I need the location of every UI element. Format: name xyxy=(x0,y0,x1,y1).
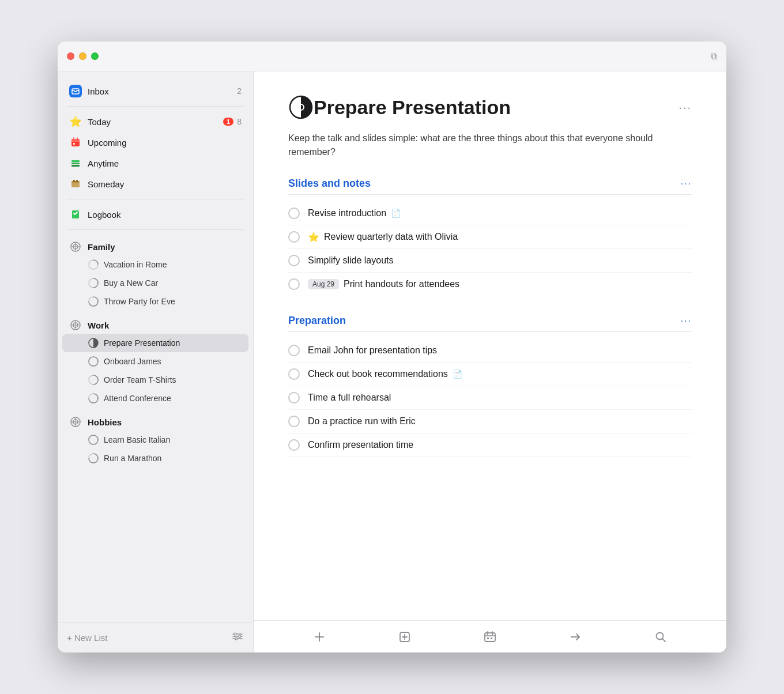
project-new-car[interactable]: Buy a New Car xyxy=(62,274,248,292)
sidebar-item-upcoming[interactable]: Upcoming xyxy=(62,132,248,153)
new-list-button[interactable]: + New List xyxy=(67,633,107,643)
task-item-content: Do a practice run with Eric xyxy=(308,416,692,427)
settings-button[interactable] xyxy=(231,630,244,646)
svg-rect-6 xyxy=(71,160,80,162)
task-checkbox[interactable] xyxy=(288,255,300,266)
task-item-text: Do a practice run with Eric xyxy=(308,416,416,427)
project-italian-icon xyxy=(88,434,99,446)
project-italian-label: Learn Basic Italian xyxy=(104,435,170,444)
note-icon: 📄 xyxy=(391,209,401,218)
project-vacation-rome[interactable]: Vacation in Rome xyxy=(62,255,248,274)
search-button[interactable] xyxy=(649,625,672,648)
project-attend-conference-icon xyxy=(88,393,99,404)
project-marathon[interactable]: Run a Marathon xyxy=(62,449,248,467)
maximize-button[interactable] xyxy=(91,52,99,60)
svg-rect-2 xyxy=(71,139,80,142)
task-item: Time a full rehearsal xyxy=(288,386,692,410)
copy-icon[interactable]: ⧉ xyxy=(711,51,717,62)
project-party-eve-label: Throw Party for Eve xyxy=(104,297,175,306)
traffic-lights xyxy=(67,52,99,60)
task-item-content: Time a full rehearsal xyxy=(308,393,692,403)
app-window: ⧉ Inbox 2 xyxy=(58,42,726,652)
sidebar-item-inbox[interactable]: Inbox 2 xyxy=(62,81,248,101)
section-slides-list: Revise introduction 📄 ⭐ Review quarterly… xyxy=(288,202,692,296)
project-order-tshirts[interactable]: Order Team T-Shirts xyxy=(62,371,248,389)
project-onboard-james[interactable]: Onboard James xyxy=(62,352,248,371)
task-item-text: Revise introduction xyxy=(308,208,386,218)
minimize-button[interactable] xyxy=(79,52,86,60)
area-hobbies-header[interactable]: Hobbies xyxy=(62,410,248,431)
move-button[interactable] xyxy=(564,625,587,648)
task-checkbox[interactable] xyxy=(288,439,300,451)
area-hobbies-label: Hobbies xyxy=(88,417,122,427)
main-content: Prepare Presentation ··· Keep the talk a… xyxy=(254,71,726,620)
task-item-content: Simplify slide layouts xyxy=(308,255,692,266)
task-item-text: Time a full rehearsal xyxy=(308,393,391,403)
task-item-content: Confirm presentation time xyxy=(308,440,692,450)
add-checklist-button[interactable] xyxy=(393,625,416,648)
calendar-button[interactable] xyxy=(478,625,502,648)
someday-label: Someday xyxy=(88,179,242,189)
add-task-button[interactable] xyxy=(308,625,331,648)
today-label: Today xyxy=(88,117,223,127)
project-new-car-label: Buy a New Car xyxy=(104,278,158,288)
main-toolbar xyxy=(254,620,726,652)
project-order-tshirts-label: Order Team T-Shirts xyxy=(104,375,176,384)
svg-rect-11 xyxy=(73,180,75,182)
project-italian[interactable]: Learn Basic Italian xyxy=(62,431,248,449)
sidebar-item-today[interactable]: ⭐ Today 1 8 xyxy=(62,111,248,132)
task-item-text: Check out book recommendations xyxy=(308,369,448,379)
task-item-content: Email John for presentation tips xyxy=(308,345,692,356)
project-party-eve[interactable]: Throw Party for Eve xyxy=(62,292,248,311)
svg-point-39 xyxy=(239,635,241,638)
svg-rect-8 xyxy=(71,165,80,167)
svg-rect-10 xyxy=(71,181,80,183)
area-work-header[interactable]: Work xyxy=(62,313,248,334)
task-item-text: Print handouts for attendees xyxy=(344,279,459,289)
titlebar: ⧉ xyxy=(58,42,726,71)
task-item: Email John for presentation tips xyxy=(288,339,692,363)
task-checkbox[interactable] xyxy=(288,392,300,403)
task-item-content: Aug 29 Print handouts for attendees xyxy=(308,279,692,289)
close-button[interactable] xyxy=(67,52,74,60)
svg-rect-12 xyxy=(76,180,78,182)
task-checkbox[interactable] xyxy=(288,231,300,243)
today-count: 8 xyxy=(237,117,242,126)
section-preparation-menu[interactable]: ··· xyxy=(681,316,692,326)
sidebar: Inbox 2 ⭐ Today 1 8 xyxy=(58,71,254,652)
today-icon: ⭐ xyxy=(69,115,82,128)
logbook-icon xyxy=(69,208,82,221)
task-checkbox[interactable] xyxy=(288,278,300,290)
task-menu-button[interactable]: ··· xyxy=(679,101,692,114)
task-checkbox[interactable] xyxy=(288,368,300,380)
task-item-text: Simplify slide layouts xyxy=(308,255,394,266)
project-onboard-james-label: Onboard James xyxy=(104,357,161,366)
task-item-content: Revise introduction 📄 xyxy=(308,208,692,218)
project-vacation-rome-icon xyxy=(88,259,99,270)
section-slides-menu[interactable]: ··· xyxy=(681,179,692,189)
project-attend-conference-label: Attend Conference xyxy=(104,394,171,403)
today-badge: 1 xyxy=(223,118,233,126)
project-prepare-presentation[interactable]: Prepare Presentation xyxy=(62,334,248,352)
task-item: Confirm presentation time xyxy=(288,433,692,457)
task-item-content: Check out book recommendations 📄 xyxy=(308,369,692,379)
project-vacation-rome-label: Vacation in Rome xyxy=(104,260,167,269)
task-date-badge: Aug 29 xyxy=(308,279,339,289)
main-panel: Prepare Presentation ··· Keep the talk a… xyxy=(254,71,726,652)
task-checkbox[interactable] xyxy=(288,345,300,356)
sidebar-item-logbook[interactable]: Logbook xyxy=(62,204,248,225)
sidebar-item-anytime[interactable]: Anytime xyxy=(62,153,248,173)
sidebar-item-someday[interactable]: Someday xyxy=(62,173,248,194)
task-item: Aug 29 Print handouts for attendees xyxy=(288,273,692,296)
project-order-tshirts-icon xyxy=(88,374,99,386)
sidebar-divider-1 xyxy=(67,106,244,107)
task-item: Do a practice run with Eric xyxy=(288,410,692,433)
project-attend-conference[interactable]: Attend Conference xyxy=(62,389,248,408)
task-item: Check out book recommendations 📄 xyxy=(288,363,692,386)
task-item: Simplify slide layouts xyxy=(288,249,692,273)
star-icon: ⭐ xyxy=(308,232,319,243)
project-party-eve-icon xyxy=(88,296,99,307)
task-checkbox[interactable] xyxy=(288,416,300,427)
task-checkbox[interactable] xyxy=(288,208,300,219)
area-family-header[interactable]: Family xyxy=(62,235,248,255)
